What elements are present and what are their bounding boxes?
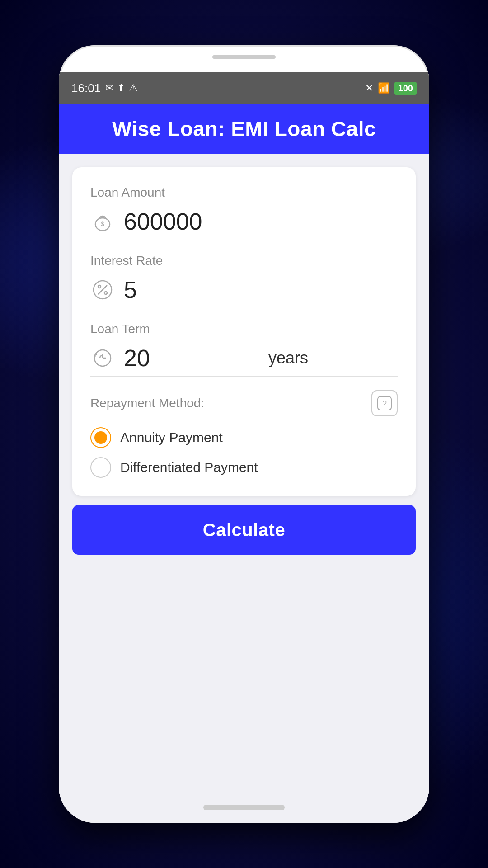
app-header: Wise Loan: EMI Loan Calc [59, 104, 429, 154]
loan-amount-input[interactable] [124, 208, 419, 235]
percent-icon [90, 278, 115, 302]
repayment-header: Repayment Method: ? [90, 390, 398, 416]
interest-rate-row [90, 276, 398, 308]
loan-term-label: Loan Term [90, 322, 398, 336]
loan-term-row: years [90, 344, 398, 377]
differentiated-radio-button[interactable] [90, 457, 111, 478]
mail-icon: ✉ [105, 82, 113, 94]
home-indicator [203, 805, 285, 810]
help-icon[interactable]: ? [371, 390, 398, 416]
status-left: 16:01 ✉ ⬆ ⚠ [71, 81, 138, 95]
svg-text:?: ? [382, 399, 387, 408]
loan-amount-row: $ [90, 208, 398, 240]
svg-point-5 [104, 292, 107, 294]
status-time: 16:01 [71, 81, 101, 95]
x-icon: ✕ [365, 82, 373, 94]
wifi-icon: 📶 [378, 82, 390, 94]
status-icons: ✉ ⬆ ⚠ [105, 82, 138, 94]
annuity-payment-label: Annuity Payment [120, 430, 223, 445]
differentiated-payment-label: Differentiated Payment [120, 460, 258, 475]
main-content: Loan Amount $ Interest Rate [59, 154, 429, 823]
status-bar: 16:01 ✉ ⬆ ⚠ ✕ 📶 100 [59, 72, 429, 104]
phone-notch [212, 55, 276, 59]
app-title: Wise Loan: EMI Loan Calc [112, 117, 376, 141]
loan-term-input[interactable] [124, 344, 259, 372]
status-right: ✕ 📶 100 [365, 82, 417, 95]
money-bag-icon: $ [90, 209, 115, 234]
loan-term-suffix: years [268, 349, 308, 368]
differentiated-payment-option[interactable]: Differentiated Payment [90, 457, 398, 478]
loan-amount-label: Loan Amount [90, 185, 398, 200]
annuity-payment-option[interactable]: Annuity Payment [90, 427, 398, 448]
calculate-button[interactable]: Calculate [72, 505, 416, 555]
svg-line-6 [98, 285, 107, 294]
repayment-radio-group: Annuity Payment Differentiated Payment [90, 427, 398, 478]
bottom-spacer [72, 564, 416, 809]
annuity-radio-button[interactable] [90, 427, 111, 448]
phone-frame: 16:01 ✉ ⬆ ⚠ ✕ 📶 100 Wise Loan: EMI Loan … [59, 45, 429, 823]
usb-icon: ⬆ [117, 82, 125, 94]
battery-indicator: 100 [394, 82, 417, 95]
annuity-radio-inner [94, 431, 107, 444]
interest-rate-label: Interest Rate [90, 254, 398, 268]
clock-icon [90, 346, 115, 370]
loan-form-card: Loan Amount $ Interest Rate [72, 167, 416, 496]
svg-point-4 [98, 285, 101, 288]
interest-rate-input[interactable] [124, 276, 419, 303]
svg-text:$: $ [101, 220, 104, 227]
warning-icon: ⚠ [129, 82, 138, 94]
repayment-method-label: Repayment Method: [90, 396, 204, 410]
